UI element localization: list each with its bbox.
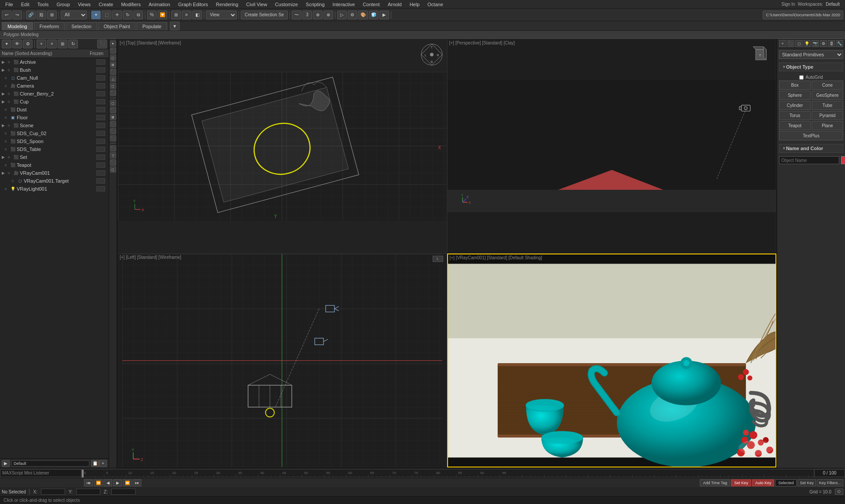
scene-item-camera[interactable]: ○ 🎥 Camera (0, 82, 109, 90)
add-time-tag-btn[interactable]: Add Time Tag (700, 479, 730, 486)
tool-5[interactable]: ⬛ (110, 69, 116, 75)
autogrid-checkbox[interactable] (799, 75, 804, 80)
redo-btn[interactable]: ↪ (12, 11, 22, 19)
primitives-dropdown[interactable]: Standard Primitives (779, 50, 843, 59)
tool-6[interactable]: △ (110, 76, 116, 82)
scene-collapse-btn[interactable]: ⬛ (97, 40, 107, 48)
percent-btn[interactable]: % (147, 11, 157, 19)
prim-tube[interactable]: Tube (812, 101, 843, 110)
menu-civil-view[interactable]: Civil View (242, 1, 270, 8)
bind-btn[interactable]: ⊞ (47, 11, 57, 19)
layer-mgr-btn[interactable]: 📋 (91, 460, 99, 467)
vis-toggle[interactable] (96, 170, 105, 176)
snap2d-btn[interactable]: ⊕ (313, 11, 323, 19)
tool-12[interactable]: ⬛ (110, 121, 116, 127)
tab-selection[interactable]: Selection (66, 22, 97, 30)
vis-toggle[interactable] (96, 91, 105, 96)
tool-10[interactable]: ⬛ (110, 107, 116, 113)
vis-toggle[interactable] (96, 186, 105, 191)
vis-toggle[interactable] (96, 107, 105, 112)
set-key-btn[interactable]: Set Key (731, 479, 751, 486)
prim-sphere[interactable]: Sphere (779, 91, 811, 100)
tool-select[interactable]: ✦ (110, 40, 116, 47)
scene-display-btn[interactable]: 👁 (12, 40, 22, 48)
render-settings-btn[interactable]: ⚙ (348, 11, 357, 19)
rp-icon-6[interactable]: ⚙ (820, 40, 827, 47)
scene-item-vray-cam[interactable]: ▶ ○ 🎥 VRayCam001 (0, 169, 109, 177)
menu-group[interactable]: Group (53, 1, 73, 8)
prim-cone[interactable]: Cone (812, 81, 843, 90)
link-btn[interactable]: 🔗 (26, 11, 36, 19)
key-filters-btn[interactable]: Key Filters... (817, 479, 843, 486)
undo-btn[interactable]: ↩ (2, 11, 11, 19)
menu-content[interactable]: Content (359, 1, 383, 8)
scene-item-dust[interactable]: ○ ⬛ Dust (0, 106, 109, 114)
scene-item-sds-cup[interactable]: ○ ⬛ SDS_Cup_02 (0, 129, 109, 137)
menu-file[interactable]: File (2, 1, 17, 8)
coord-y-field[interactable] (76, 489, 100, 495)
scale-btn[interactable]: ⧉ (133, 11, 143, 19)
tab-modeling[interactable]: Modeling (2, 22, 33, 30)
goto-end-btn[interactable]: ⏭ (132, 479, 141, 486)
prim-box[interactable]: Box (779, 81, 811, 90)
menu-edit[interactable]: Edit (18, 1, 33, 8)
layer-new-btn[interactable]: + (99, 460, 107, 467)
name-input[interactable] (779, 156, 839, 164)
prim-pyramid[interactable]: Pyramid (812, 111, 843, 120)
user-signin[interactable]: Sign In (782, 2, 795, 7)
material-editor-btn[interactable]: 🧊 (369, 11, 378, 19)
num-btn[interactable]: 3 (302, 11, 312, 19)
menu-animation[interactable]: Animation (145, 1, 174, 8)
rotate-btn[interactable]: ↻ (123, 11, 132, 19)
prim-teapot[interactable]: Teapot (779, 121, 811, 130)
snap3d-btn[interactable]: ⊗ (323, 11, 333, 19)
vis-toggle[interactable] (96, 115, 105, 120)
render-type-btn[interactable]: 🎨 (358, 11, 368, 19)
vis-toggle[interactable] (96, 139, 105, 144)
scene-item-cloner[interactable]: ▶ ○ ⬛ Cloner_Berry_2 (0, 90, 109, 98)
scene-item-cam-null[interactable]: ○ ◻ Cam_Null (0, 74, 109, 82)
menu-views[interactable]: Views (74, 1, 94, 8)
scene-item-set[interactable]: ▶ ○ ⬛ Set (0, 153, 109, 161)
scene-item-sds-table[interactable]: ○ ⬛ SDS_Table (0, 145, 109, 153)
play-btn[interactable]: ▶ (113, 479, 122, 486)
coord-z-field[interactable] (111, 489, 136, 495)
vis-toggle[interactable] (96, 123, 105, 128)
render-btn[interactable]: ▶ (379, 11, 389, 19)
menu-octane[interactable]: Octane (424, 1, 446, 8)
object-type-header[interactable]: ▼ Object Type (779, 63, 843, 71)
nav-cube-perspective[interactable]: T (749, 43, 772, 66)
vis-toggle[interactable] (96, 147, 105, 152)
unlink-btn[interactable]: ⛓ (37, 11, 46, 19)
scene-delete-btn[interactable]: × (47, 40, 57, 48)
scene-item-teapot[interactable]: ○ ⬛ Teapot (0, 161, 109, 169)
menu-rendering[interactable]: Rendering (213, 1, 242, 8)
tool-18[interactable]: ◻ (110, 166, 116, 173)
set-key-mode-btn[interactable]: Set Key (797, 479, 816, 486)
tab-options-btn[interactable]: ▼ (170, 22, 180, 30)
mirror-btn[interactable]: ⊞ (171, 11, 181, 19)
menu-interactive[interactable]: Interactive (329, 1, 359, 8)
name-color-header[interactable]: ▼ Name and Color (779, 144, 843, 153)
align-btn[interactable]: ≡ (182, 11, 191, 19)
tab-freeform[interactable]: Freeform (34, 22, 65, 30)
scene-anim-btn[interactable]: ▶ (2, 460, 10, 467)
viewport-camera[interactable]: [+] [VRayCam001] [Standard] [Default Sha… (447, 254, 777, 468)
tool-2[interactable]: ⬛ (110, 48, 116, 54)
menu-scripting[interactable]: Scripting (302, 1, 328, 8)
goto-start-btn[interactable]: ⏮ (84, 479, 93, 486)
scene-select-btn[interactable]: ✦ (2, 40, 11, 48)
scene-item-sds-spoon[interactable]: ○ ⬛ SDS_Spoon (0, 137, 109, 145)
render-frame-btn[interactable]: ▷ (337, 11, 347, 19)
rp-icon-1[interactable]: + (779, 40, 786, 47)
vis-toggle[interactable] (96, 75, 105, 81)
vis-toggle[interactable] (96, 178, 105, 184)
vis-toggle[interactable] (96, 83, 105, 88)
tool-17[interactable]: ⬛ (110, 159, 116, 166)
scene-item-floor[interactable]: ○ ▣ Floor (0, 114, 109, 121)
vis-toggle[interactable] (96, 99, 105, 104)
next-frame-btn[interactable]: ⏩ (123, 479, 132, 486)
play-back-btn[interactable]: ◀ (103, 479, 112, 486)
select-region-btn[interactable]: ⬚ (102, 11, 111, 19)
tool-3[interactable]: ◻ (110, 55, 116, 61)
